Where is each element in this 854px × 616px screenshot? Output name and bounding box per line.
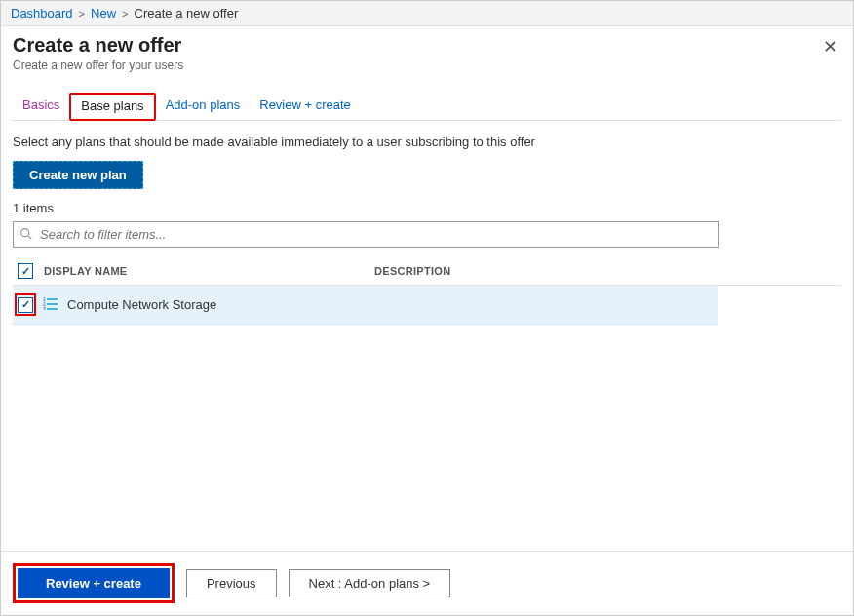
select-all-checkbox[interactable] [18, 263, 33, 279]
highlight-tab-base-plans: Base plans [69, 93, 155, 121]
breadcrumb: Dashboard > New > Create a new offer [1, 1, 853, 26]
review-create-button[interactable]: Review + create [18, 568, 170, 598]
page-subtitle: Create a new offer for your users [13, 58, 183, 72]
breadcrumb-new[interactable]: New [91, 6, 116, 20]
highlight-review-create: Review + create [13, 563, 175, 603]
plan-icon: 1 2 3 [43, 296, 58, 313]
next-button[interactable]: Next : Add-on plans > [289, 569, 451, 597]
highlight-row-checkbox [15, 293, 36, 316]
previous-button[interactable]: Previous [186, 569, 277, 597]
tab-addon-plans[interactable]: Add-on plans [156, 92, 251, 120]
row-checkbox[interactable] [18, 297, 33, 313]
search-input[interactable] [36, 225, 713, 244]
tab-basics[interactable]: Basics [13, 92, 69, 120]
chevron-right-icon: > [122, 8, 128, 19]
svg-line-1 [28, 235, 31, 238]
table-row[interactable]: 1 2 3 Compute Network Storage [13, 286, 718, 325]
row-display-name: Compute Network Storage [63, 297, 718, 312]
items-count: 1 items [1, 199, 853, 221]
create-new-plan-button[interactable]: Create new plan [13, 161, 143, 189]
close-icon[interactable]: ✕ [819, 34, 841, 59]
search-icon [19, 227, 32, 243]
chevron-right-icon: > [79, 8, 85, 19]
table-header: DISPLAY NAME DESCRIPTION [13, 257, 841, 286]
tab-review-create[interactable]: Review + create [250, 92, 361, 120]
tab-instructions: Select any plans that should be made ava… [1, 121, 853, 159]
tab-base-plans[interactable]: Base plans [81, 98, 143, 113]
breadcrumb-dashboard[interactable]: Dashboard [11, 6, 73, 20]
column-description[interactable]: DESCRIPTION [374, 265, 841, 277]
svg-point-0 [21, 228, 29, 236]
tab-bar: Basics Base plans Add-on plans Review + … [13, 92, 841, 121]
svg-text:3: 3 [43, 306, 46, 310]
column-display-name[interactable]: DISPLAY NAME [38, 265, 374, 277]
page-title: Create a new offer [13, 34, 183, 57]
breadcrumb-current: Create a new offer [135, 6, 239, 20]
search-box[interactable] [13, 221, 719, 248]
wizard-footer: Review + create Previous Next : Add-on p… [1, 551, 853, 615]
page-header: Create a new offer Create a new offer fo… [1, 26, 853, 76]
